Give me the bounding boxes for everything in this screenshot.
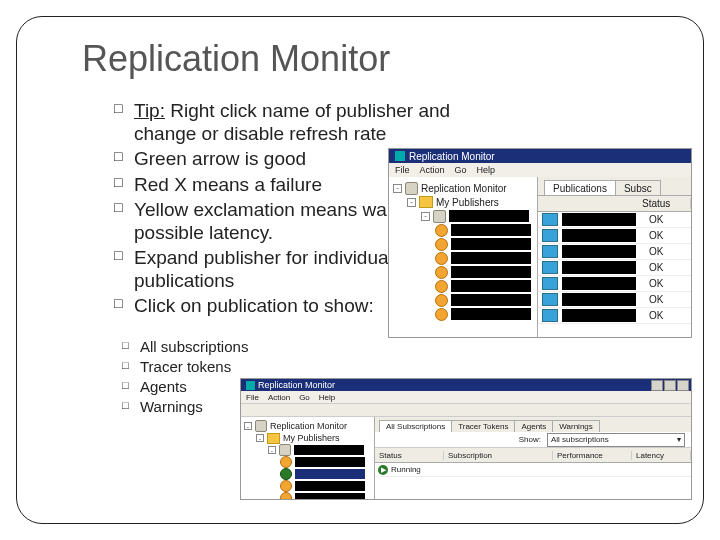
app-icon [246,381,255,390]
publication-grid-icon [542,309,558,322]
grid-row[interactable]: OK [538,260,691,276]
redacted-text [451,308,531,320]
menu-item[interactable]: Help [319,393,335,402]
server-icon [433,210,446,223]
redacted-text [295,457,365,467]
publication-icon [280,480,292,492]
tree-publication[interactable] [435,279,535,293]
tree-publication[interactable] [280,456,372,468]
tab-warnings[interactable]: Warnings [552,420,600,432]
publication-icon [280,456,292,468]
status-value: OK [649,278,691,289]
menu-item[interactable]: Go [455,165,467,175]
menu-item[interactable]: Action [268,393,290,402]
grid-row[interactable]: OK [538,292,691,308]
publication-icon [435,252,448,265]
tab-agents[interactable]: Agents [514,420,553,432]
window-buttons [651,380,691,391]
collapse-icon[interactable]: - [244,422,252,430]
tree-label: My Publishers [283,433,340,443]
column-headers: Status [538,196,691,212]
tree-publisher[interactable]: - [421,209,535,223]
tab-tracer-tokens[interactable]: Tracer Tokens [451,420,515,432]
publication-grid-icon [542,213,558,226]
tree-publication[interactable] [435,293,535,307]
filter-select[interactable]: All subscriptions ▾ [547,433,685,447]
grid-row[interactable]: OK [538,212,691,228]
redacted-text [562,277,636,290]
bullet-text: Red X means a failure [134,174,322,195]
collapse-icon[interactable]: - [256,434,264,442]
tree-publication[interactable] [435,237,535,251]
grid-row[interactable]: ▶ Running [375,463,691,477]
grid-row[interactable]: OK [538,244,691,260]
tree-root[interactable]: - Replication Monitor [393,181,535,195]
tab-all-subscriptions[interactable]: All Subscriptions [379,420,452,432]
tree-pane: - Replication Monitor - My Publishers - [241,417,375,500]
maximize-button[interactable] [664,380,676,391]
bullet-text: Green arrow is good [134,148,306,169]
menu-item[interactable]: Action [420,165,445,175]
tree-group[interactable]: - My Publishers [407,195,535,209]
tree-publication[interactable] [435,251,535,265]
tree-publication[interactable] [435,265,535,279]
collapse-icon[interactable]: - [393,184,402,193]
publication-grid-icon [542,277,558,290]
tree-publisher[interactable]: - [268,444,372,456]
col-performance: Performance [553,451,632,460]
folder-icon [267,433,280,444]
grid-row[interactable]: OK [538,228,691,244]
redacted-text [451,280,531,292]
tree-pane: - Replication Monitor - My Publishers - [389,177,538,337]
redacted-text [451,294,531,306]
tree-publication[interactable] [280,480,372,492]
grid-row[interactable]: OK [538,276,691,292]
server-icon [405,182,418,195]
tree-publication-selected[interactable] [280,468,372,480]
app-icon [395,151,405,161]
status-value: OK [649,262,691,273]
bullet-text: Expand publisher for individual publicat… [134,247,393,291]
publication-grid-icon [542,261,558,274]
publication-icon [435,238,448,251]
tab-publications[interactable]: Publications [544,180,616,195]
menu-item[interactable]: File [246,393,259,402]
redacted-text [562,229,636,242]
filter-label: Show: [519,435,541,444]
tree-publication[interactable] [280,492,372,500]
filter-value: All subscriptions [551,435,609,444]
redacted-text [562,309,636,322]
col-status: Status [636,198,691,209]
menubar: File Action Go Help [241,391,691,403]
close-button[interactable] [677,380,689,391]
tree-publication[interactable] [435,307,535,321]
redacted-text [562,261,636,274]
redacted-text [295,493,365,500]
redacted-text [294,445,364,455]
redacted-text [451,252,531,264]
bullet-item: Tip: Right click name of publisher and c… [134,99,454,145]
redacted-text [562,213,636,226]
tree-publication[interactable] [435,223,535,237]
collapse-icon[interactable]: - [407,198,416,207]
bullet-prefix: Tip: [134,100,165,121]
collapse-icon[interactable]: - [268,446,276,454]
tree-group[interactable]: - My Publishers [256,432,372,444]
grid-row[interactable]: OK [538,308,691,324]
folder-icon [419,196,433,208]
column-headers: Status Subscription Performance Latency [375,448,691,463]
menu-item[interactable]: Go [299,393,310,402]
redacted-text [451,266,531,278]
collapse-icon[interactable]: - [421,212,430,221]
window-body: - Replication Monitor - My Publishers - [241,417,691,500]
tab-subscriptions[interactable]: Subsc [615,180,661,195]
menu-item[interactable]: File [395,165,410,175]
redacted-text [295,469,365,479]
menubar: File Action Go Help [389,163,691,177]
publication-icon [280,492,292,500]
menu-item[interactable]: Help [477,165,496,175]
chevron-down-icon: ▾ [677,435,681,444]
minimize-button[interactable] [651,380,663,391]
tree-root[interactable]: - Replication Monitor [244,420,372,432]
redacted-text [449,210,529,222]
